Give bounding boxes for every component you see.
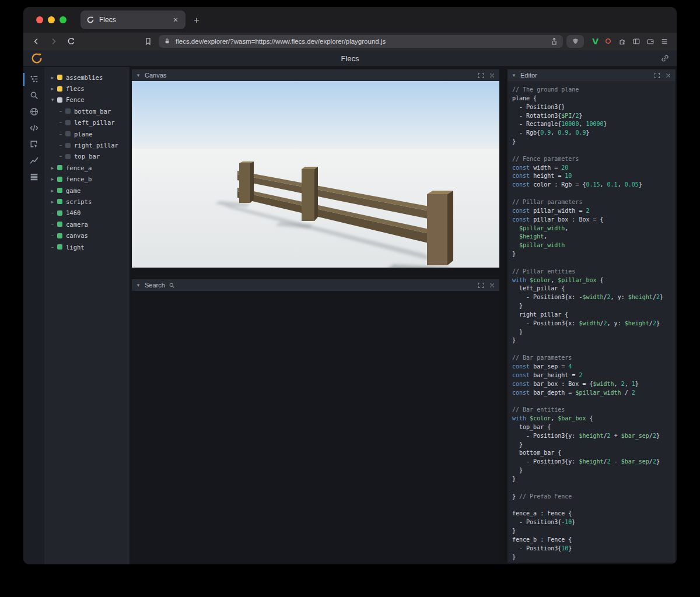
leaf-dash-icon: – — [49, 210, 56, 216]
reload-icon[interactable] — [64, 35, 78, 48]
code-line: const pillar_box : Box = { — [512, 216, 671, 224]
close-window-button[interactable] — [36, 16, 43, 23]
tree-icon[interactable] — [29, 74, 39, 84]
tree-item-label: 1460 — [66, 209, 80, 216]
minimize-window-button[interactable] — [48, 16, 55, 23]
chart-icon[interactable] — [29, 156, 39, 166]
entity-kind-icon — [57, 244, 62, 250]
chevron-down-icon[interactable]: ▾ — [135, 282, 141, 288]
browser-tab[interactable]: Flecs — [80, 10, 186, 29]
app-header: Flecs — [23, 50, 677, 67]
extensions-puzzle-icon[interactable] — [618, 37, 626, 45]
world-icon[interactable] — [29, 107, 39, 117]
expand-panel-icon[interactable] — [477, 72, 485, 79]
entity-kind-icon — [57, 97, 62, 103]
code-line: top_bar { — [512, 423, 671, 432]
sidebar-toggle-icon[interactable] — [632, 37, 640, 45]
search-icon[interactable] — [29, 90, 39, 100]
code-line: } — [512, 138, 671, 146]
close-panel-icon[interactable] — [664, 72, 672, 79]
share-icon[interactable] — [550, 37, 558, 45]
entity-kind-icon — [65, 120, 71, 125]
code-line: const bar_box : Box = {$width, 2, 1} — [512, 380, 671, 389]
close-panel-icon[interactable] — [488, 72, 496, 79]
code-line — [512, 501, 671, 510]
tree-item-camera[interactable]: –camera — [44, 219, 130, 230]
chevron-right-icon[interactable]: ▸ — [49, 199, 56, 205]
url-bar[interactable]: flecs.dev/explorer/?wasm=https://www.fle… — [159, 35, 563, 48]
tab-close-icon[interactable] — [172, 16, 180, 24]
tree-item-plane[interactable]: –plane — [44, 128, 130, 139]
editor-code[interactable]: // The ground planeplane { - Position3{}… — [508, 81, 676, 561]
leaf-dash-icon: – — [57, 142, 64, 148]
entity-kind-icon — [57, 210, 62, 216]
code-line: $pillar_width — [512, 241, 671, 250]
code-line — [512, 397, 671, 406]
chevron-right-icon[interactable]: ▸ — [49, 176, 56, 182]
code-line: const pillar_width = 2 — [512, 207, 671, 216]
tree-item-1460[interactable]: –1460 — [44, 208, 130, 219]
tree-item-fence_a[interactable]: ▸fence_a — [44, 162, 130, 173]
tree-item-Fence[interactable]: ▾Fence — [44, 94, 130, 106]
code-icon[interactable] — [29, 123, 39, 133]
canvas-panel-header: ▾ Canvas — [132, 69, 499, 81]
editor-panel-title: Editor — [520, 72, 537, 79]
tree-item-flecs[interactable]: ▸flecs — [44, 83, 130, 94]
stats-icon[interactable] — [29, 172, 39, 182]
tree-item-game[interactable]: ▸game — [44, 185, 130, 196]
tree-item-label: left_pillar — [74, 119, 115, 126]
editor-panel-header: ▾ Editor — [508, 69, 676, 81]
tree-item-left_pillar[interactable]: –left_pillar — [44, 117, 130, 128]
zoom-window-button[interactable] — [60, 16, 66, 23]
code-line: } — [512, 527, 671, 536]
chevron-right-icon[interactable]: ▸ — [49, 75, 56, 80]
link-icon[interactable] — [660, 54, 670, 63]
expand-panel-icon[interactable] — [477, 282, 485, 289]
tree-item-right_pillar[interactable]: –right_pillar — [44, 139, 130, 150]
close-panel-icon[interactable] — [488, 282, 496, 289]
tree-item-top_bar[interactable]: –top_bar — [44, 151, 130, 162]
tree-item-label: fence_a — [66, 164, 92, 171]
forward-icon[interactable] — [47, 35, 61, 48]
brave-shield-icon[interactable] — [566, 35, 584, 48]
tab-favicon-flecs-icon — [86, 16, 94, 24]
chevron-right-icon[interactable]: ▸ — [49, 165, 56, 171]
tree-item-fence_b[interactable]: ▸fence_b — [44, 174, 130, 185]
chevron-down-icon[interactable]: ▾ — [511, 72, 517, 78]
tree-item-scripts[interactable]: ▸scripts — [44, 196, 130, 207]
code-line: // Pillar entities — [512, 268, 671, 276]
tree-item-label: right_pillar — [74, 142, 118, 149]
expand-panel-icon[interactable] — [653, 72, 661, 79]
inspect-icon[interactable] — [29, 139, 39, 149]
leaf-dash-icon: – — [49, 233, 56, 238]
tree-item-assemblies[interactable]: ▸assemblies — [44, 72, 130, 83]
tree-item-canvas[interactable]: –canvas — [44, 230, 130, 241]
entity-kind-icon — [65, 108, 71, 114]
code-line — [512, 189, 671, 198]
bookmarks-icon[interactable] — [141, 35, 155, 48]
code-line: } — [512, 466, 671, 475]
canvas-panel-title: Canvas — [145, 72, 166, 79]
extension-dot-icon[interactable] — [604, 37, 612, 45]
code-line: with $color, $pillar_box { — [512, 276, 671, 285]
3d-viewport[interactable] — [132, 81, 499, 268]
code-line: left_pillar { — [512, 285, 671, 293]
code-line: - Position3{y: $height/2 + $bar_sep/2} — [512, 432, 671, 441]
menu-icon[interactable] — [660, 37, 668, 45]
tree-item-light[interactable]: –light — [44, 241, 130, 252]
chevron-down-icon[interactable]: ▾ — [135, 72, 141, 78]
extension-v-icon[interactable]: V — [592, 37, 598, 46]
back-icon[interactable] — [29, 35, 43, 48]
browser-nav-bar: flecs.dev/explorer/?wasm=https://www.fle… — [23, 33, 677, 50]
chevron-down-icon[interactable]: ▾ — [49, 97, 56, 103]
code-line: - Position3{10} — [512, 545, 671, 553]
active-tool-indicator — [23, 73, 24, 86]
search-results-area — [132, 291, 499, 562]
code-line: const width = 20 — [512, 164, 671, 173]
tree-item-label: assemblies — [66, 74, 103, 81]
chevron-right-icon[interactable]: ▸ — [49, 188, 56, 194]
chevron-right-icon[interactable]: ▸ — [49, 86, 56, 92]
wallet-icon[interactable] — [646, 37, 654, 45]
tree-item-bottom_bar[interactable]: –bottom_bar — [44, 106, 130, 117]
new-tab-button[interactable]: + — [194, 15, 200, 25]
